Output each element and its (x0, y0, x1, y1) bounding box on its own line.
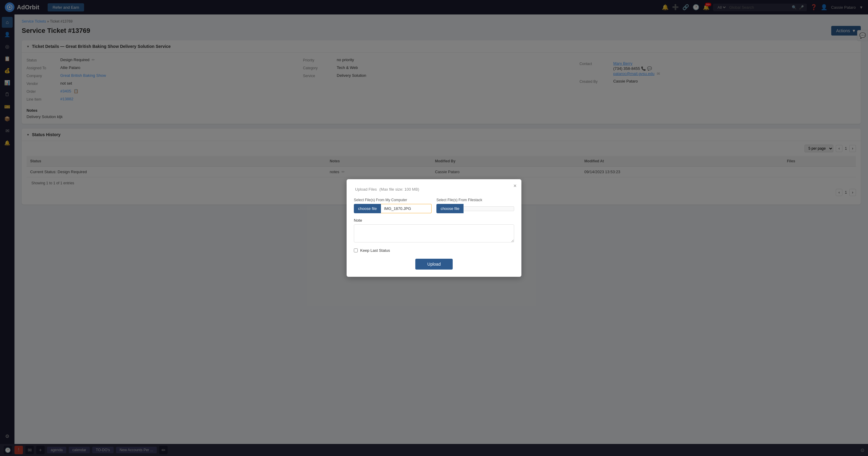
keep-status-row: Keep Last Status (354, 248, 514, 253)
filestack-input-row: choose file (436, 204, 514, 213)
note-section: Note (354, 218, 514, 243)
filestack-name-display (464, 206, 514, 211)
keep-status-checkbox[interactable] (354, 249, 358, 252)
file-input-row: choose file IMG_1870.JPG (354, 204, 432, 213)
modal-title: Upload Files (Max file size: 100 MB) (354, 187, 514, 192)
note-label: Note (354, 218, 514, 223)
filestack-choose-button[interactable]: choose file (436, 204, 464, 213)
my-computer-section: Select File(s) From My Computer choose f… (354, 198, 432, 213)
note-textarea[interactable] (354, 224, 514, 242)
modal-overlay[interactable]: × Upload Files (Max file size: 100 MB) S… (0, 0, 868, 456)
modal-file-section: Select File(s) From My Computer choose f… (354, 198, 514, 218)
file-name-display: IMG_1870.JPG (381, 204, 432, 213)
upload-button[interactable]: Upload (415, 259, 453, 269)
choose-file-button[interactable]: choose file (354, 204, 381, 213)
filestack-section: Select File(s) From Filestack choose fil… (436, 198, 514, 213)
modal-subtitle: (Max file size: 100 MB) (379, 187, 419, 192)
upload-files-modal: × Upload Files (Max file size: 100 MB) S… (347, 179, 521, 277)
my-computer-label: Select File(s) From My Computer (354, 198, 432, 202)
keep-status-label: Keep Last Status (360, 248, 390, 253)
filestack-label: Select File(s) From Filestack (436, 198, 514, 202)
modal-close-button[interactable]: × (513, 183, 517, 189)
